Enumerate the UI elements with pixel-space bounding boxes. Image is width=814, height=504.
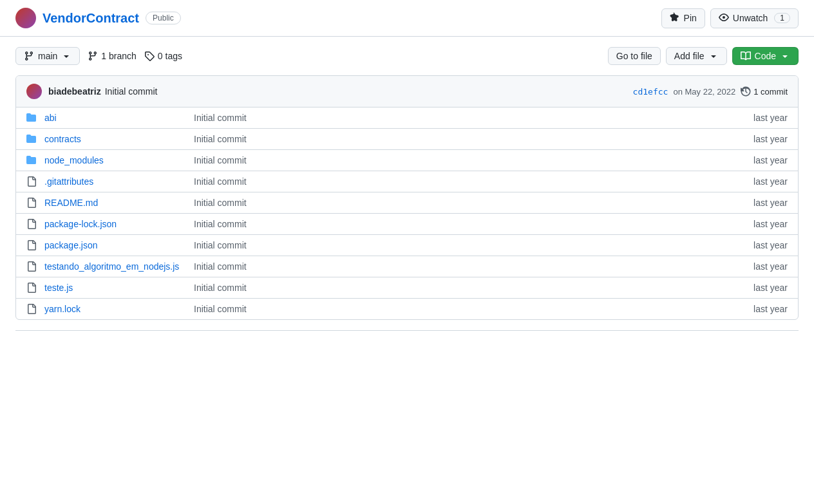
code-chevron-icon (780, 51, 790, 61)
file-name[interactable]: .gitattributes (44, 176, 186, 187)
pin-button[interactable]: Pin (661, 8, 705, 28)
unwatch-count: 1 (774, 13, 790, 23)
file-time: last year (723, 240, 788, 250)
file-time: last year (723, 219, 788, 229)
avatar (15, 8, 36, 28)
file-name[interactable]: yarn.lock (44, 304, 186, 314)
commit-right: cd1efcc on May 22, 2022 1 commit (633, 86, 788, 97)
table-row: node_modulesInitial commitlast year (16, 150, 798, 171)
table-row: .gitattributesInitial commitlast year (16, 171, 798, 192)
file-name[interactable]: abi (44, 113, 186, 123)
table-row: package.jsonInitial commitlast year (16, 235, 798, 256)
folder-icon (26, 113, 37, 123)
folder-icon (26, 155, 37, 165)
commit-header: biadebeatriz Initial commit cd1efcc on M… (16, 76, 798, 107)
visibility-badge: Public (146, 12, 181, 24)
chevron-down-icon (61, 51, 71, 61)
commit-count[interactable]: 1 commit (753, 87, 788, 97)
tags-count-link[interactable]: 0 tags (144, 51, 182, 61)
file-commit-message: Initial commit (194, 219, 715, 229)
table-row: abiInitial commitlast year (16, 107, 798, 129)
file-time: last year (723, 176, 788, 187)
goto-file-label: Go to file (616, 51, 652, 61)
table-row: README.mdInitial commitlast year (16, 192, 798, 214)
tags-count-text: 0 tags (158, 51, 182, 61)
file-commit-message: Initial commit (194, 176, 715, 187)
commit-author[interactable]: biadebeatriz (48, 86, 101, 97)
file-time: last year (723, 134, 788, 144)
add-file-label: Add file (674, 51, 705, 61)
branch-name: main (38, 51, 57, 61)
file-time: last year (723, 155, 788, 165)
file-icon (26, 261, 37, 272)
file-commit-message: Initial commit (194, 113, 715, 123)
branch-count-icon (88, 51, 98, 61)
header-right: Pin Unwatch 1 (661, 8, 799, 28)
tag-icon (144, 51, 155, 61)
file-icon (26, 198, 37, 208)
file-name[interactable]: README.md (44, 198, 186, 208)
file-name[interactable]: testando_algoritmo_em_nodejs.js (44, 261, 186, 272)
file-icon (26, 240, 37, 250)
branch-icon (24, 51, 34, 61)
commit-hash[interactable]: cd1efcc (633, 87, 668, 97)
code-button[interactable]: Code (732, 47, 799, 65)
file-commit-message: Initial commit (194, 134, 715, 144)
file-commit-message: Initial commit (194, 198, 715, 208)
table-row: testando_algoritmo_em_nodejs.jsInitial c… (16, 256, 798, 277)
file-name[interactable]: package.json (44, 240, 186, 250)
toolbar-left: main 1 branch 0 tags (15, 47, 600, 65)
table-row: package-lock.jsonInitial commitlast year (16, 214, 798, 235)
file-icon (26, 283, 37, 293)
branch-selector[interactable]: main (15, 47, 80, 65)
commit-message: Initial commit (105, 86, 158, 97)
toolbar-right: Go to file Add file Code (608, 47, 799, 65)
table-row: teste.jsInitial commitlast year (16, 277, 798, 299)
file-time: last year (723, 261, 788, 272)
file-commit-message: Initial commit (194, 304, 715, 314)
header-left: VendorContract Public (15, 8, 661, 28)
file-rows-container: abiInitial commitlast yearcontractsIniti… (16, 107, 798, 319)
file-time: last year (723, 113, 788, 123)
file-icon (26, 304, 37, 314)
code-label: Code (755, 51, 776, 61)
code-icon (741, 51, 751, 61)
commit-info: biadebeatriz Initial commit (48, 86, 627, 97)
repo-toolbar: main 1 branch 0 tags Go to file Add file (0, 37, 814, 75)
commit-count-wrapper: 1 commit (741, 86, 788, 97)
file-time: last year (723, 283, 788, 293)
file-table: biadebeatriz Initial commit cd1efcc on M… (15, 75, 799, 320)
repo-title[interactable]: VendorContract (43, 11, 139, 26)
file-name[interactable]: contracts (44, 134, 186, 144)
file-commit-message: Initial commit (194, 155, 715, 165)
history-icon (741, 86, 751, 97)
file-commit-message: Initial commit (194, 283, 715, 293)
add-file-chevron-icon (708, 51, 719, 61)
file-time: last year (723, 198, 788, 208)
file-icon (26, 176, 37, 187)
file-icon (26, 219, 37, 229)
table-row: yarn.lockInitial commitlast year (16, 299, 798, 319)
unwatch-label: Unwatch (733, 13, 768, 23)
file-name[interactable]: package-lock.json (44, 219, 186, 229)
commit-date: on May 22, 2022 (673, 87, 735, 97)
commit-avatar (26, 84, 42, 99)
table-row: contractsInitial commitlast year (16, 129, 798, 150)
branch-count-text: 1 branch (101, 51, 136, 61)
add-file-button[interactable]: Add file (666, 47, 727, 65)
goto-file-button[interactable]: Go to file (608, 47, 661, 65)
folder-icon (26, 134, 37, 144)
unwatch-button[interactable]: Unwatch 1 (710, 8, 799, 28)
file-time: last year (723, 304, 788, 314)
file-commit-message: Initial commit (194, 261, 715, 272)
file-name[interactable]: teste.js (44, 283, 186, 293)
eye-icon (719, 12, 729, 24)
branch-count-link[interactable]: 1 branch (88, 51, 136, 61)
file-commit-message: Initial commit (194, 240, 715, 250)
pin-icon (670, 12, 680, 24)
page-header: VendorContract Public Pin Unwatch 1 (0, 0, 814, 37)
pin-label: Pin (684, 13, 697, 23)
file-name[interactable]: node_modules (44, 155, 186, 165)
